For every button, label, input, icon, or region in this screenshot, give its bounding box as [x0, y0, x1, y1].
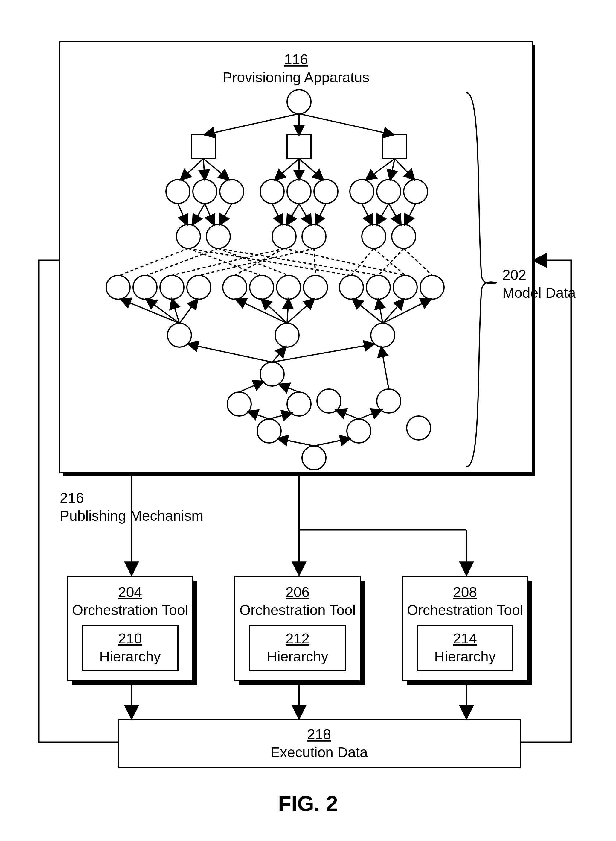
svg-rect-4	[287, 135, 311, 159]
svg-point-2	[287, 90, 311, 114]
diagram-figure-2: 116 Provisioning Apparatus 202 Model Dat…	[0, 0, 616, 841]
svg-point-100	[407, 416, 431, 440]
svg-rect-5	[383, 135, 407, 159]
publishing-ref: 216	[60, 490, 84, 506]
svg-point-46	[133, 275, 157, 299]
svg-point-93	[317, 389, 341, 413]
svg-point-94	[377, 389, 401, 413]
svg-point-15	[350, 179, 374, 203]
svg-point-74	[371, 323, 395, 347]
svg-point-12	[260, 179, 284, 203]
svg-point-48	[187, 275, 211, 299]
model-data-ref: 202	[502, 267, 526, 283]
execution-label: Execution Data	[270, 744, 368, 760]
svg-point-29	[272, 225, 296, 248]
svg-point-47	[160, 275, 184, 299]
execution-connectors	[132, 685, 466, 718]
tool-2-hierarchy-ref: 212	[286, 631, 309, 647]
svg-point-105	[302, 446, 326, 470]
svg-point-17	[404, 179, 428, 203]
svg-point-55	[393, 275, 417, 299]
tool-3-label: Orchestration Tool	[407, 602, 523, 618]
tool-3-ref: 208	[453, 584, 477, 600]
tool-2-ref: 206	[286, 584, 309, 600]
svg-point-27	[176, 225, 200, 248]
provisioning-label: Provisioning Apparatus	[223, 69, 370, 85]
tool-1-ref: 204	[118, 584, 142, 600]
svg-point-87	[260, 362, 284, 386]
svg-point-16	[377, 179, 401, 203]
svg-point-92	[287, 392, 311, 416]
svg-point-30	[302, 225, 326, 248]
svg-rect-3	[191, 135, 215, 159]
svg-point-31	[362, 225, 386, 248]
svg-point-50	[250, 275, 274, 299]
svg-point-14	[314, 179, 338, 203]
svg-point-32	[392, 225, 416, 248]
orchestration-tool-2: 206 Orchestration Tool 212 Hierarchy	[235, 576, 365, 685]
tool-3-hierarchy-ref: 214	[453, 631, 477, 647]
svg-point-91	[227, 392, 251, 416]
orchestration-tool-1: 204 Orchestration Tool 210 Hierarchy	[67, 576, 197, 685]
orchestration-tool-3: 208 Orchestration Tool 214 Hierarchy	[402, 576, 532, 685]
tool-2-hierarchy-label: Hierarchy	[267, 648, 328, 665]
tool-3-hierarchy-label: Hierarchy	[434, 648, 496, 665]
execution-ref: 218	[307, 726, 331, 742]
svg-point-53	[339, 275, 363, 299]
svg-point-56	[420, 275, 444, 299]
svg-point-10	[193, 179, 217, 203]
svg-point-49	[223, 275, 247, 299]
tool-1-hierarchy-ref: 210	[118, 631, 142, 647]
svg-point-28	[206, 225, 230, 248]
svg-point-13	[287, 179, 311, 203]
tool-2-label: Orchestration Tool	[239, 602, 356, 618]
svg-point-72	[167, 323, 191, 347]
svg-point-9	[166, 179, 190, 203]
svg-point-52	[304, 275, 327, 299]
figure-label: FIG. 2	[278, 792, 338, 816]
execution-data-box: 218 Execution Data	[118, 720, 520, 767]
tool-1-hierarchy-label: Hierarchy	[99, 648, 161, 665]
model-data-label: Model Data	[502, 285, 576, 301]
svg-point-51	[277, 275, 301, 299]
svg-point-11	[220, 179, 244, 203]
svg-point-73	[275, 323, 299, 347]
tool-1-label: Orchestration Tool	[72, 602, 188, 618]
provisioning-ref: 116	[284, 51, 308, 67]
svg-point-54	[366, 275, 390, 299]
svg-point-99	[347, 419, 371, 443]
svg-point-45	[106, 275, 130, 299]
svg-point-98	[257, 419, 281, 443]
